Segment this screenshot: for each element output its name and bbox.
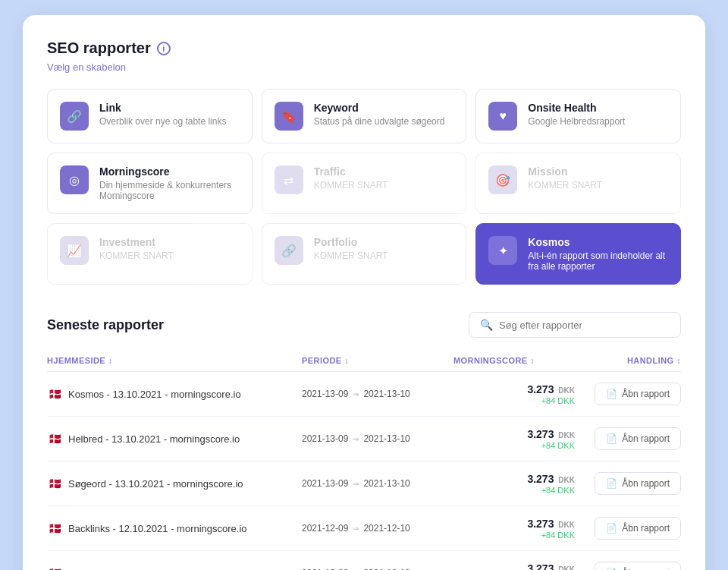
template-card-kosmos[interactable]: ✦KosmosAlt-i-én rapport som indeholder a… — [475, 223, 681, 285]
score-unit: DKK — [558, 565, 575, 570]
template-card-portfolio: 🔗PortfolioKOMMER SNART — [262, 223, 467, 285]
row-website-cell: 🇩🇰 Backlinks - 12.10.2021 - morningscore… — [47, 523, 302, 534]
period-arrow: ⇒ — [353, 435, 359, 443]
keyword-info: KeywordStatus på dine udvalgte søgeord — [314, 102, 454, 127]
table-row: 🇩🇰 Kosmos - 13.10.2021 - morningscore.io… — [47, 372, 681, 417]
row-score-cell: 3.273 DKK +84 DKK — [453, 427, 575, 450]
row-website-cell: 🇩🇰 Søgeord - 13.10.2021 - morningscore.i… — [47, 478, 302, 490]
row-action-cell: 📄 Åbn rapport — [575, 383, 681, 405]
traffic-desc: KOMMER SNART — [314, 180, 454, 191]
score-change: +84 DKK — [453, 486, 575, 495]
score-unit: DKK — [558, 476, 575, 484]
template-card-link[interactable]: 🔗LinkOverblik over nye og tabte links — [47, 89, 253, 143]
template-card-keyword[interactable]: 🔖KeywordStatus på dine udvalgte søgeord — [262, 89, 467, 143]
row-name: Missioner - 12.10.2021 - morningscore.io — [68, 568, 247, 571]
score-main: 3.273 DKK — [527, 518, 575, 530]
period-from: 2021-12-09 — [302, 523, 348, 534]
page-header: SEO rapporter i — [47, 39, 681, 57]
section-header: Seneste rapporter 🔍 — [47, 312, 681, 338]
onsite-health-info: Onsite HealthGoogle Helbredsrapport — [528, 102, 668, 127]
portfolio-info: PortfolioKOMMER SNART — [314, 236, 454, 261]
open-report-button[interactable]: 📄 Åbn rapport — [595, 562, 681, 570]
row-website-cell: 🇩🇰 Helbred - 13.10.2021 - morningscore.i… — [47, 433, 302, 445]
kosmos-desc: Alt-i-én rapport som indeholder alt fra … — [528, 250, 668, 272]
search-box: 🔍 — [469, 312, 681, 338]
period-to: 2021-13-10 — [363, 389, 410, 399]
onsite-health-icon: ♥ — [488, 102, 517, 131]
open-report-button[interactable]: 📄 Åbn rapport — [595, 517, 681, 540]
table-row: 🇩🇰 Backlinks - 12.10.2021 - morningscore… — [47, 506, 681, 551]
row-website-cell: 🇩🇰 Missioner - 12.10.2021 - morningscore… — [47, 568, 302, 571]
reports-table: HJEMMESIDE ↕ PERIODE ↕ MORNINGSCORE ↕ HA… — [47, 350, 681, 570]
period-to: 2021-13-10 — [363, 478, 410, 489]
row-action-cell: 📄 Åbn rapport — [575, 517, 681, 540]
link-name: Link — [99, 102, 240, 114]
row-score-cell: 3.273 DKK +84 DKK — [453, 472, 575, 495]
link-info: LinkOverblik over nye og tabte links — [99, 102, 240, 127]
mission-info: MissionKOMMER SNART — [528, 165, 668, 191]
morningscore-desc: Din hjemmeside & konkurrenters Morningsc… — [99, 180, 240, 201]
file-icon: 📄 — [606, 523, 617, 534]
template-card-investment: 📈InvestmentKOMMER SNART — [47, 223, 253, 285]
score-change: +84 DKK — [453, 531, 575, 540]
score-unit: DKK — [558, 386, 575, 395]
portfolio-icon: 🔗 — [275, 236, 303, 265]
search-icon: 🔍 — [480, 319, 493, 331]
investment-name: Investment — [99, 236, 240, 248]
portfolio-name: Portfolio — [314, 236, 454, 248]
sort-arrow-website: ↕ — [108, 357, 112, 365]
row-action-cell: 📄 Åbn rapport — [575, 427, 681, 450]
section-title: Seneste rapporter — [47, 317, 164, 333]
table-row: 🇩🇰 Søgeord - 13.10.2021 - morningscore.i… — [47, 461, 681, 506]
table-row: 🇩🇰 Helbred - 13.10.2021 - morningscore.i… — [47, 417, 681, 461]
row-action-cell: 📄 Åbn rapport — [575, 472, 681, 495]
row-name: Søgeord - 13.10.2021 - morningscore.io — [68, 478, 243, 490]
row-score-cell: 3.273 DKK +84 DKK — [453, 562, 575, 570]
template-card-morningscore[interactable]: ◎MorningscoreDin hjemmeside & konkurrent… — [47, 153, 253, 214]
score-main: 3.273 DKK — [527, 383, 575, 395]
row-name: Kosmos - 13.10.2021 - morningscore.io — [68, 389, 241, 400]
keyword-name: Keyword — [314, 102, 454, 114]
morningscore-icon: ◎ — [60, 165, 89, 194]
flag-icon: 🇩🇰 — [47, 478, 62, 489]
open-report-button[interactable]: 📄 Åbn rapport — [595, 427, 681, 450]
period-arrow: ⇒ — [353, 524, 359, 533]
score-main: 3.273 DKK — [527, 562, 575, 570]
file-icon: 📄 — [606, 478, 617, 489]
score-unit: DKK — [558, 521, 575, 529]
row-website-cell: 🇩🇰 Kosmos - 13.10.2021 - morningscore.io — [47, 389, 302, 400]
traffic-icon: ⇄ — [275, 165, 303, 194]
template-card-onsite-health[interactable]: ♥Onsite HealthGoogle Helbredsrapport — [475, 89, 681, 143]
kosmos-icon: ✦ — [488, 236, 517, 265]
mission-icon: 🎯 — [488, 165, 517, 194]
file-icon: 📄 — [606, 389, 617, 399]
mission-name: Mission — [528, 165, 668, 178]
table-row: 🇩🇰 Missioner - 12.10.2021 - morningscore… — [47, 551, 681, 570]
template-subtitle-link[interactable]: Vælg en skabelon — [47, 61, 126, 73]
investment-icon: 📈 — [60, 236, 89, 265]
search-input[interactable] — [499, 320, 670, 331]
main-card: SEO rapporter i Vælg en skabelon 🔗LinkOv… — [23, 15, 705, 570]
open-btn-label: Åbn rapport — [622, 389, 670, 399]
period-to: 2021-13-10 — [363, 433, 410, 444]
investment-desc: KOMMER SNART — [99, 250, 240, 261]
row-period-cell: 2021-13-09 ⇒ 2021-13-10 — [302, 478, 453, 489]
template-grid: 🔗LinkOverblik over nye og tabte links🔖Ke… — [47, 89, 681, 285]
score-change: +84 DKK — [453, 441, 575, 450]
th-period: PERIODE ↕ — [302, 356, 453, 365]
open-report-button[interactable]: 📄 Åbn rapport — [595, 383, 681, 405]
info-icon[interactable]: i — [157, 42, 171, 55]
kosmos-name: Kosmos — [528, 236, 668, 248]
row-name: Helbred - 13.10.2021 - morningscore.io — [68, 433, 240, 445]
row-score-cell: 3.273 DKK +84 DKK — [453, 383, 575, 405]
open-report-button[interactable]: 📄 Åbn rapport — [595, 472, 681, 495]
open-btn-label: Åbn rapport — [622, 478, 670, 489]
keyword-icon: 🔖 — [275, 102, 303, 131]
sort-arrow-action: ↕ — [677, 357, 681, 365]
period-arrow: ⇒ — [353, 480, 359, 488]
investment-info: InvestmentKOMMER SNART — [99, 236, 240, 261]
row-period-cell: 2021-13-09 ⇒ 2021-13-10 — [302, 433, 453, 444]
open-btn-label: Åbn rapport — [622, 433, 670, 444]
traffic-info: TrafficKOMMER SNART — [314, 165, 454, 191]
link-desc: Overblik over nye og tabte links — [99, 116, 240, 127]
